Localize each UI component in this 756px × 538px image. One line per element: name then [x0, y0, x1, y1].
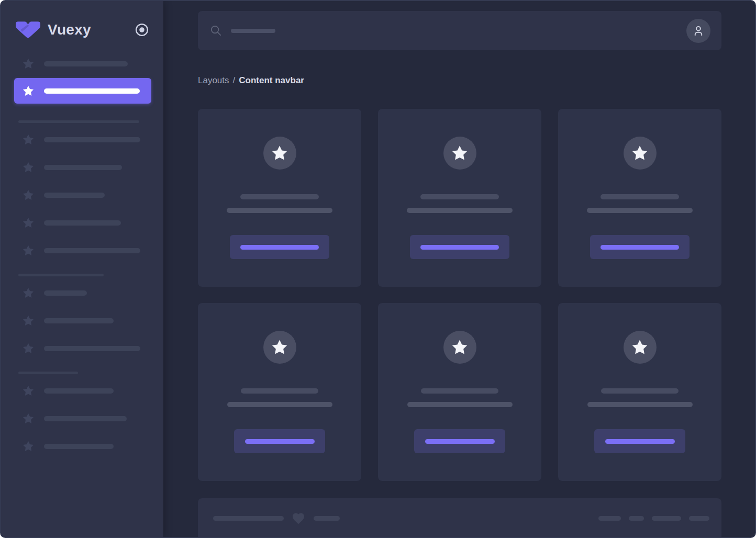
sidebar-item-active[interactable] — [14, 78, 151, 104]
card-text-skeleton — [227, 402, 332, 407]
star-icon — [631, 144, 649, 162]
star-icon — [271, 339, 288, 356]
card-button-skeleton[interactable] — [594, 429, 685, 453]
search-bar[interactable] — [198, 11, 721, 50]
main-area: Layouts/Content navbar — [163, 1, 755, 537]
star-icon — [22, 315, 35, 327]
footer-card — [198, 498, 721, 538]
nav-label-skeleton — [44, 137, 140, 142]
content-card — [378, 109, 541, 287]
content-card — [558, 303, 721, 481]
footer-link-skeleton[interactable] — [598, 516, 621, 521]
star-icon — [271, 144, 288, 162]
nav-label-skeleton — [44, 220, 121, 226]
app-title: Vuexy — [48, 21, 91, 38]
star-icon — [451, 144, 469, 162]
content-card — [558, 109, 721, 287]
button-label-skeleton — [605, 439, 675, 444]
star-icon — [631, 339, 649, 356]
breadcrumb-parent-link[interactable]: Layouts — [198, 75, 229, 85]
menu-pin-toggle-icon[interactable] — [135, 23, 149, 37]
search-icon — [210, 25, 222, 37]
card-text-skeleton — [407, 402, 513, 407]
card-text-skeleton — [587, 208, 693, 213]
footer-link-skeleton[interactable] — [689, 516, 709, 521]
sidebar-item[interactable] — [14, 58, 151, 70]
sidebar-item[interactable] — [14, 217, 151, 229]
card-button-skeleton[interactable] — [410, 235, 509, 259]
content-card — [378, 303, 541, 481]
star-icon — [22, 440, 35, 453]
star-icon — [22, 85, 35, 97]
sidebar-item[interactable] — [14, 244, 151, 257]
logo-row: Vuexy — [15, 19, 149, 41]
heart-icon — [291, 511, 306, 525]
nav-section-header-skeleton — [18, 120, 139, 123]
breadcrumb-separator: / — [233, 75, 236, 85]
card-avatar-circle — [624, 331, 657, 364]
card-button-skeleton[interactable] — [230, 235, 329, 259]
button-label-skeleton — [240, 245, 319, 250]
button-label-skeleton — [245, 439, 315, 444]
nav-section-header-skeleton — [18, 274, 104, 276]
card-text-skeleton — [421, 388, 498, 394]
app-window: Vuexy — [0, 0, 756, 538]
nav-label-skeleton — [44, 346, 140, 351]
card-avatar-circle — [263, 331, 296, 364]
star-icon — [22, 58, 35, 70]
nav-label-skeleton — [44, 61, 128, 66]
star-icon — [22, 287, 35, 299]
card-avatar-circle — [624, 137, 657, 170]
card-button-skeleton[interactable] — [234, 429, 325, 453]
footer-text-skeleton — [213, 516, 284, 521]
sidebar-item[interactable] — [14, 385, 151, 397]
sidebar-item[interactable] — [14, 412, 151, 425]
star-icon — [22, 189, 35, 201]
search-placeholder-skeleton — [231, 29, 275, 33]
button-label-skeleton — [420, 245, 499, 250]
sidebar-item[interactable] — [14, 161, 151, 174]
card-text-skeleton — [587, 402, 693, 407]
nav-label-skeleton — [44, 193, 105, 198]
card-avatar-circle — [443, 331, 476, 364]
card-text-skeleton — [601, 388, 679, 394]
user-avatar-button[interactable] — [686, 19, 710, 43]
star-icon — [22, 217, 35, 229]
footer-link-skeleton[interactable] — [629, 516, 644, 521]
star-icon — [22, 342, 35, 355]
sidebar-item[interactable] — [14, 189, 151, 201]
sidebar-nav — [1, 58, 163, 478]
star-icon — [22, 161, 35, 174]
content-card — [198, 109, 361, 287]
star-icon — [22, 244, 35, 257]
footer-text-skeleton — [314, 516, 340, 521]
nav-label-skeleton — [44, 248, 140, 253]
footer-content — [213, 511, 709, 525]
content-card — [198, 303, 361, 481]
button-label-skeleton — [425, 439, 495, 444]
card-avatar-circle — [263, 137, 296, 170]
nav-label-skeleton — [44, 290, 87, 296]
card-button-skeleton[interactable] — [590, 235, 690, 259]
star-icon — [22, 133, 35, 146]
card-text-skeleton — [420, 194, 499, 199]
star-icon — [451, 339, 469, 356]
nav-label-skeleton — [44, 416, 127, 421]
nav-label-skeleton — [44, 165, 122, 170]
sidebar-item[interactable] — [14, 315, 151, 327]
sidebar-item[interactable] — [14, 133, 151, 146]
sidebar-item[interactable] — [14, 440, 151, 453]
nav-label-skeleton — [44, 318, 114, 323]
card-text-skeleton — [407, 208, 513, 213]
footer-link-skeleton[interactable] — [652, 516, 681, 521]
sidebar-item[interactable] — [14, 287, 151, 299]
card-button-skeleton[interactable] — [414, 429, 505, 453]
nav-label-skeleton — [44, 388, 114, 394]
button-label-skeleton — [601, 245, 679, 250]
star-icon — [22, 385, 35, 397]
card-grid — [198, 109, 721, 481]
nav-section-header-skeleton — [18, 372, 78, 374]
vuexy-logo-icon — [15, 21, 41, 39]
sidebar-item[interactable] — [14, 342, 151, 355]
footer-links — [598, 516, 709, 521]
